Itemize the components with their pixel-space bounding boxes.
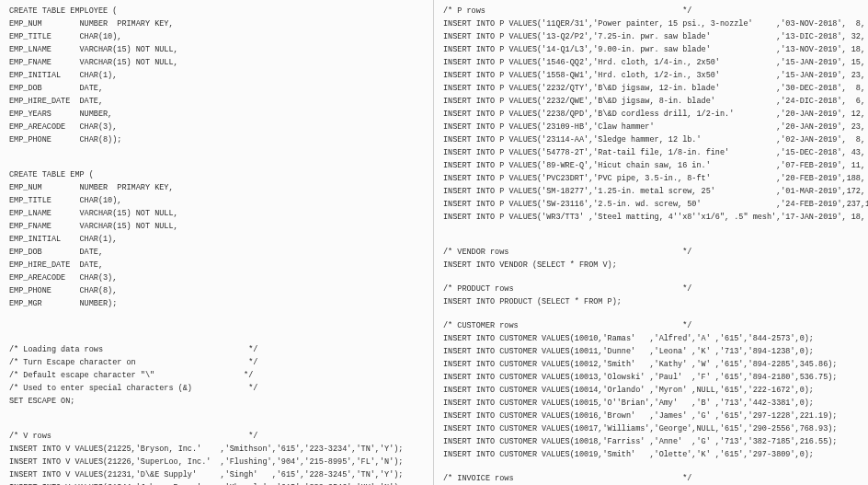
- right-line: [443, 272, 859, 283]
- right-line: INSERT INTO P VALUES('2238/QPD','B\&D co…: [443, 109, 859, 120]
- right-line: /* P rows */: [443, 6, 859, 17]
- left-line: EMP_LNAME VARCHAR(15) NOT NULL,: [9, 44, 424, 55]
- left-line: EMP_MGR NUMBER);: [9, 298, 424, 309]
- left-line: /* V rows */: [9, 431, 424, 442]
- right-line: INSERT INTO P VALUES('1546-QQ2','Hrd. cl…: [443, 57, 859, 68]
- left-line: EMP_DOB DATE,: [9, 83, 424, 94]
- right-line: INSERT INTO P VALUES('WR3/TT3' ,'Steel m…: [443, 212, 859, 223]
- right-line: /* INVOICE rows */: [443, 473, 859, 484]
- left-line: SET ESCAPE ON;: [9, 396, 424, 407]
- right-line: INSERT INTO CUSTOMER VALUES(10012,'Smith…: [443, 359, 859, 370]
- left-line: EMP_INITIAL CHAR(1),: [9, 70, 424, 81]
- two-column-document: CREATE TABLE EMPLOYEE (EMP_NUM NUMBER PR…: [0, 0, 868, 485]
- left-line: EMP_DOB DATE,: [9, 247, 424, 258]
- right-line: [443, 462, 859, 473]
- left-line: [9, 409, 424, 420]
- right-line: INSERT INTO CUSTOMER VALUES(10015,'O''Br…: [443, 398, 859, 409]
- left-line: EMP_NUM NUMBER PRIMARY KEY,: [9, 18, 424, 29]
- right-line: INSERT INTO P VALUES('11QER/31','Power p…: [443, 18, 859, 29]
- right-line: INSERT INTO P VALUES('23109-HB','Claw ha…: [443, 121, 859, 133]
- left-line: INSERT INTO V VALUES(21226,'SuperLoo, In…: [9, 456, 424, 468]
- left-line: [9, 158, 424, 169]
- left-line: EMP_LNAME VARCHAR(15) NOT NULL,: [9, 208, 424, 219]
- right-line: INSERT INTO P VALUES('89-WRE-Q','Hicut c…: [443, 160, 859, 171]
- left-line: EMP_PHONE CHAR(8),: [9, 285, 424, 296]
- right-line: INSERT INTO P VALUES('1558-QW1','Hrd. cl…: [443, 70, 859, 81]
- right-line: INSERT INTO P VALUES('2232/QWE','B\&D ji…: [443, 96, 859, 107]
- left-line: EMP_AREACODE CHAR(3),: [9, 121, 424, 133]
- right-line: INSERT INTO P VALUES('SW-23116','2.5-in.…: [443, 199, 859, 210]
- left-line: /* Loading data rows */: [9, 344, 424, 355]
- right-line: INSERT INTO P VALUES('14-Q1/L3','9.00-in…: [443, 44, 859, 55]
- left-line: EMP_FNAME VARCHAR(15) NOT NULL,: [9, 57, 424, 68]
- right-line: INSERT INTO P VALUES('54778-2T','Rat-tai…: [443, 147, 859, 158]
- left-line: [9, 311, 424, 322]
- left-line: EMP_HIRE_DATE DATE,: [9, 260, 424, 271]
- left-line: [9, 147, 424, 158]
- right-line: INSERT INTO P VALUES('13-Q2/P2','7.25-in…: [443, 31, 859, 42]
- left-line: CREATE TABLE EMP (: [9, 169, 424, 180]
- right-line: [443, 309, 859, 320]
- right-line: INSERT INTO CUSTOMER VALUES(10010,'Ramas…: [443, 333, 859, 344]
- left-line: /* Turn Escape character on */: [9, 357, 424, 368]
- right-column: /* P rows */INSERT INTO P VALUES('11QER/…: [434, 0, 868, 485]
- left-line: INSERT INTO V VALUES(21231,'D\&E Supply'…: [9, 469, 424, 480]
- right-line: INSERT INTO P VALUES('2232/QTY','B\&D ji…: [443, 83, 859, 94]
- right-line: INSERT INTO P VALUES('PVC23DRT','PVC pip…: [443, 173, 859, 184]
- left-line: [9, 420, 424, 431]
- right-line: INSERT INTO VENDOR (SELECT * FROM V);: [443, 260, 859, 271]
- left-line: EMP_FNAME VARCHAR(15) NOT NULL,: [9, 221, 424, 232]
- left-line: EMP_INITIAL CHAR(1),: [9, 234, 424, 245]
- right-line: INSERT INTO CUSTOMER VALUES(10017,'Willi…: [443, 423, 859, 434]
- right-line: INSERT INTO CUSTOMER VALUES(10019,'Smith…: [443, 449, 859, 460]
- right-line: INSERT INTO PRODUCT (SELECT * FROM P);: [443, 296, 859, 307]
- right-line: /* PRODUCT rows */: [443, 283, 859, 294]
- right-line: INSERT INTO CUSTOMER VALUES(10011,'Dunne…: [443, 346, 859, 357]
- right-line: INSERT INTO CUSTOMER VALUES(10016,'Brown…: [443, 410, 859, 421]
- right-line: [443, 225, 859, 236]
- right-line: /* CUSTOMER rows */: [443, 320, 859, 331]
- left-line: EMP_NUM NUMBER PRIMARY KEY,: [9, 182, 424, 193]
- left-line: EMP_TITLE CHAR(10),: [9, 195, 424, 206]
- left-line: INSERT INTO V VALUES(21225,'Bryson, Inc.…: [9, 444, 424, 455]
- left-line: EMP_HIRE_DATE DATE,: [9, 96, 424, 107]
- right-line: INSERT INTO CUSTOMER VALUES(10018,'Farri…: [443, 436, 859, 447]
- left-line: EMP_YEARS NUMBER,: [9, 109, 424, 120]
- right-line: INSERT INTO P VALUES('SM-18277','1.25-in…: [443, 186, 859, 197]
- left-line: /* Default escape character "\" */: [9, 370, 424, 381]
- left-column: CREATE TABLE EMPLOYEE (EMP_NUM NUMBER PR…: [0, 0, 434, 485]
- left-line: [9, 322, 424, 333]
- right-line: /* VENDOR rows */: [443, 247, 859, 258]
- left-line: CREATE TABLE EMPLOYEE (: [9, 6, 424, 17]
- right-line: [443, 236, 859, 247]
- left-line: EMP_AREACODE CHAR(3),: [9, 272, 424, 283]
- left-line: [9, 333, 424, 344]
- left-line: /* Used to enter special characters (&) …: [9, 383, 424, 394]
- right-line: INSERT INTO CUSTOMER VALUES(10014,'Orlan…: [443, 385, 859, 396]
- right-line: INSERT INTO CUSTOMER VALUES(10013,'Olows…: [443, 372, 859, 383]
- right-line: INSERT INTO P VALUES('23114-AA','Sledge …: [443, 134, 859, 145]
- left-line: EMP_PHONE CHAR(8));: [9, 134, 424, 145]
- left-line: EMP_TITLE CHAR(10),: [9, 31, 424, 42]
